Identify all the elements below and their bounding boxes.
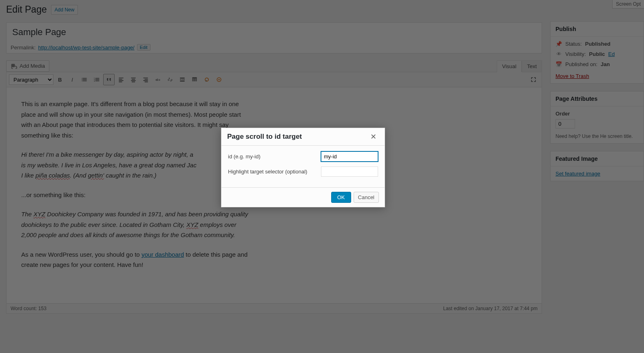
id-field-input[interactable] <box>321 151 378 162</box>
modal-title: Page scroll to id target <box>227 133 302 141</box>
highlight-field-label: Highlight target selector (optional) <box>228 169 321 175</box>
id-field-label: id (e.g. my-id) <box>228 153 321 160</box>
highlight-field-input[interactable] <box>321 167 378 177</box>
ok-button[interactable]: OK <box>331 192 351 203</box>
ps2id-target-modal: Page scroll to id target ✕ id (e.g. my-i… <box>221 128 385 207</box>
modal-close-button[interactable]: ✕ <box>368 131 379 142</box>
cancel-button[interactable]: Cancel <box>354 192 379 203</box>
